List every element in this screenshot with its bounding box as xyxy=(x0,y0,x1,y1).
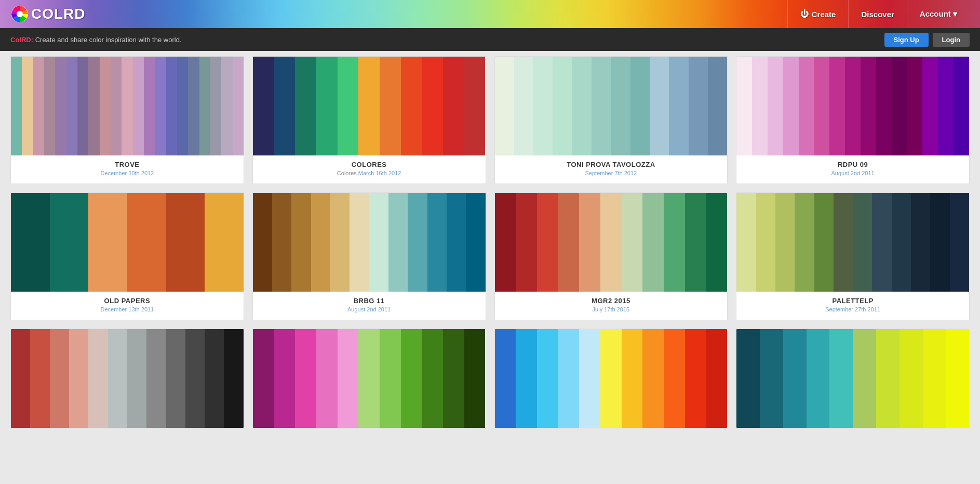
color-swatch xyxy=(946,329,969,428)
palette-date: August 2nd 2011 xyxy=(742,170,964,176)
palette-card[interactable]: MGR2 2015July 17th 2015 xyxy=(494,192,728,320)
color-swatch xyxy=(338,329,359,428)
color-swatch xyxy=(533,57,553,155)
color-swatch xyxy=(664,193,685,292)
color-swatch xyxy=(495,57,514,155)
color-swatch xyxy=(756,193,775,292)
palette-card[interactable] xyxy=(736,329,970,428)
nav-account[interactable]: Account ▾ xyxy=(907,0,970,28)
color-swatch xyxy=(88,193,127,292)
color-swatch xyxy=(66,57,77,155)
color-swatch xyxy=(642,193,664,292)
color-swatch xyxy=(69,329,88,428)
color-swatch xyxy=(706,193,728,292)
color-swatch xyxy=(205,193,244,292)
palette-card[interactable]: PALETTELPSeptember 27th 2011 xyxy=(736,192,970,320)
palette-name: BRBG 11 xyxy=(258,297,480,305)
color-swatch xyxy=(829,329,853,428)
palette-name: PALETTELP xyxy=(742,297,964,305)
color-swatch xyxy=(22,57,33,155)
header: COLRD ⏻ Create Discover Account ▾ xyxy=(0,0,980,28)
color-swatch xyxy=(537,329,558,428)
color-swatch xyxy=(706,329,728,428)
color-swatch xyxy=(592,57,611,155)
color-swatch xyxy=(892,57,907,155)
color-swatch xyxy=(892,193,911,292)
color-swatch xyxy=(768,57,783,155)
color-swatch xyxy=(295,57,316,155)
color-swatch xyxy=(872,193,891,292)
color-swatch xyxy=(579,329,600,428)
palette-swatches xyxy=(495,193,728,292)
palette-info: PALETTELPSeptember 27th 2011 xyxy=(736,292,969,320)
color-swatch xyxy=(55,57,66,155)
color-swatch xyxy=(579,193,600,292)
color-swatch xyxy=(108,329,127,428)
color-swatch xyxy=(611,57,630,155)
nav-discover[interactable]: Discover xyxy=(848,0,906,28)
palette-card[interactable] xyxy=(494,329,728,428)
power-icon: ⏻ xyxy=(800,9,809,19)
palette-card[interactable]: BRBG 11August 2nd 2011 xyxy=(252,192,486,320)
palette-name: TONI PROVA TAVOLOZZA xyxy=(500,161,722,168)
color-swatch xyxy=(358,329,380,428)
color-swatch xyxy=(845,57,861,155)
logo[interactable]: COLRD xyxy=(10,5,86,23)
palette-date: December 30th 2012 xyxy=(16,170,238,176)
palette-card[interactable]: OLD PAPERSDecember 13th 2011 xyxy=(10,192,244,320)
login-button[interactable]: Login xyxy=(933,33,970,47)
color-swatch xyxy=(938,57,954,155)
color-swatch xyxy=(622,193,643,292)
create-label: Create xyxy=(812,10,836,19)
color-swatch xyxy=(233,57,244,155)
palette-swatches xyxy=(253,193,486,292)
color-swatch xyxy=(950,193,969,292)
announce-body: Create and share color inspiration with … xyxy=(35,36,182,44)
color-swatch xyxy=(443,57,464,155)
color-swatch xyxy=(272,193,291,292)
color-swatch xyxy=(388,193,408,292)
color-swatch xyxy=(572,57,592,155)
color-swatch xyxy=(11,193,50,292)
signup-button[interactable]: Sign Up xyxy=(884,33,929,47)
color-swatch xyxy=(775,193,795,292)
color-swatch xyxy=(44,57,55,155)
palette-card[interactable]: TONI PROVA TAVOLOZZASeptember 7th 2012 xyxy=(494,56,728,184)
color-swatch xyxy=(274,57,295,155)
color-swatch xyxy=(650,57,669,155)
color-swatch xyxy=(427,193,447,292)
color-swatch xyxy=(221,57,232,155)
color-swatch xyxy=(861,57,876,155)
palette-card[interactable] xyxy=(10,329,244,428)
color-swatch xyxy=(807,329,830,428)
announce-text: CoIRD: Create and share color inspiratio… xyxy=(10,36,181,44)
color-swatch xyxy=(133,57,144,155)
color-swatch xyxy=(330,193,350,292)
color-swatch xyxy=(166,57,177,155)
palette-name: COLORES xyxy=(258,161,480,168)
palette-date: September 7th 2012 xyxy=(500,170,722,176)
palette-card[interactable]: RDPU 09August 2nd 2011 xyxy=(736,56,970,184)
palette-info: BRBG 11August 2nd 2011 xyxy=(253,292,486,320)
palette-swatches xyxy=(11,329,244,428)
color-swatch xyxy=(600,193,622,292)
palette-card[interactable]: COLORESColores March 16th 2012 xyxy=(252,56,486,184)
color-swatch xyxy=(30,329,49,428)
color-swatch xyxy=(537,193,558,292)
color-swatch xyxy=(443,329,464,428)
color-swatch xyxy=(380,329,401,428)
palette-card[interactable] xyxy=(252,329,486,428)
color-swatch xyxy=(166,193,205,292)
nav-create[interactable]: ⏻ Create xyxy=(787,0,849,28)
color-swatch xyxy=(401,57,422,155)
discover-label: Discover xyxy=(861,10,894,19)
color-swatch xyxy=(689,57,708,155)
color-swatch xyxy=(642,329,664,428)
color-swatch xyxy=(274,329,295,428)
logo-icon xyxy=(10,5,29,23)
color-swatch xyxy=(930,193,949,292)
color-swatch xyxy=(33,57,44,155)
palette-date: September 27th 2011 xyxy=(742,306,964,312)
color-swatch xyxy=(922,57,938,155)
palette-card[interactable]: TROVEDecember 30th 2012 xyxy=(10,56,244,184)
